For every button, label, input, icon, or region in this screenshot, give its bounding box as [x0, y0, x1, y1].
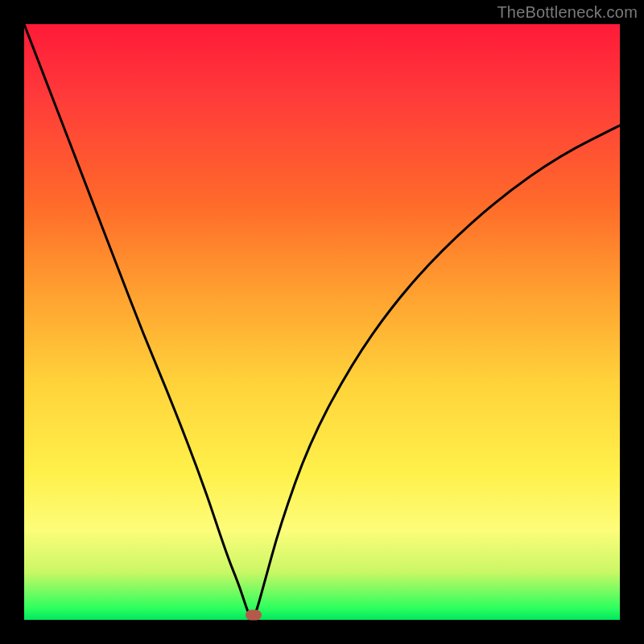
min-marker: [246, 610, 262, 621]
watermark-text: TheBottleneck.com: [497, 3, 638, 22]
plot-area: [24, 24, 620, 620]
curve-svg: [24, 24, 620, 620]
chart-stage: TheBottleneck.com: [0, 0, 644, 644]
bottleneck-curve: [24, 24, 620, 617]
